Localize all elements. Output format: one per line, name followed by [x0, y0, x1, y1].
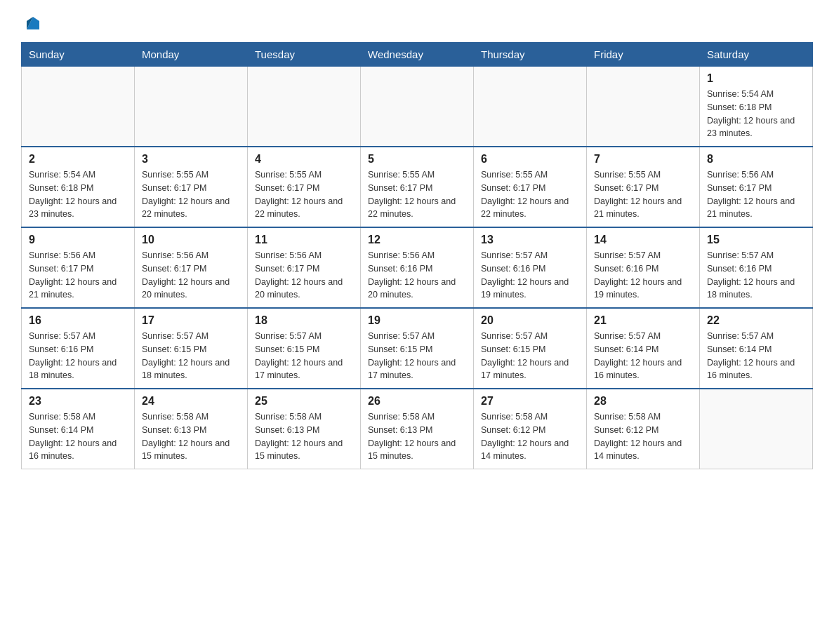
- calendar-cell: [700, 389, 813, 469]
- calendar-week-row: 16Sunrise: 5:57 AM Sunset: 6:16 PM Dayli…: [22, 308, 813, 389]
- day-info: Sunrise: 5:54 AM Sunset: 6:18 PM Dayligh…: [29, 168, 127, 221]
- calendar-week-row: 2Sunrise: 5:54 AM Sunset: 6:18 PM Daylig…: [22, 147, 813, 227]
- day-info: Sunrise: 5:55 AM Sunset: 6:17 PM Dayligh…: [142, 168, 240, 221]
- day-info: Sunrise: 5:57 AM Sunset: 6:15 PM Dayligh…: [142, 330, 240, 382]
- calendar-cell: 13Sunrise: 5:57 AM Sunset: 6:16 PM Dayli…: [474, 227, 587, 308]
- logo: [21, 14, 45, 35]
- day-number: 17: [142, 314, 240, 327]
- day-number: 9: [29, 234, 127, 246]
- day-number: 25: [255, 395, 353, 408]
- calendar-cell: [361, 67, 474, 147]
- calendar-cell: 12Sunrise: 5:56 AM Sunset: 6:16 PM Dayli…: [361, 227, 474, 308]
- calendar-cell: 25Sunrise: 5:58 AM Sunset: 6:13 PM Dayli…: [248, 389, 361, 469]
- day-info: Sunrise: 5:54 AM Sunset: 6:18 PM Dayligh…: [707, 88, 805, 140]
- day-header-thursday: Thursday: [474, 43, 587, 67]
- day-info: Sunrise: 5:57 AM Sunset: 6:16 PM Dayligh…: [707, 249, 805, 302]
- day-number: 18: [255, 314, 353, 327]
- day-number: 8: [707, 153, 805, 166]
- day-header-wednesday: Wednesday: [361, 43, 474, 67]
- calendar-cell: [248, 67, 361, 147]
- calendar-cell: 22Sunrise: 5:57 AM Sunset: 6:14 PM Dayli…: [700, 308, 813, 389]
- day-info: Sunrise: 5:57 AM Sunset: 6:15 PM Dayligh…: [255, 330, 353, 382]
- day-number: 10: [142, 234, 240, 246]
- day-info: Sunrise: 5:57 AM Sunset: 6:16 PM Dayligh…: [594, 249, 692, 302]
- day-number: 11: [255, 234, 353, 246]
- day-header-saturday: Saturday: [700, 43, 813, 67]
- day-info: Sunrise: 5:55 AM Sunset: 6:17 PM Dayligh…: [481, 168, 579, 221]
- calendar-cell: 28Sunrise: 5:58 AM Sunset: 6:12 PM Dayli…: [587, 389, 700, 469]
- day-info: Sunrise: 5:57 AM Sunset: 6:14 PM Dayligh…: [707, 330, 805, 382]
- day-info: Sunrise: 5:56 AM Sunset: 6:17 PM Dayligh…: [142, 249, 240, 302]
- day-info: Sunrise: 5:56 AM Sunset: 6:17 PM Dayligh…: [707, 168, 805, 221]
- calendar-cell: 16Sunrise: 5:57 AM Sunset: 6:16 PM Dayli…: [22, 308, 135, 389]
- day-info: Sunrise: 5:57 AM Sunset: 6:15 PM Dayligh…: [481, 330, 579, 382]
- calendar-cell: 27Sunrise: 5:58 AM Sunset: 6:12 PM Dayli…: [474, 389, 587, 469]
- day-info: Sunrise: 5:56 AM Sunset: 6:16 PM Dayligh…: [368, 249, 466, 302]
- day-info: Sunrise: 5:55 AM Sunset: 6:17 PM Dayligh…: [594, 168, 692, 221]
- day-number: 5: [368, 153, 466, 166]
- day-info: Sunrise: 5:57 AM Sunset: 6:16 PM Dayligh…: [29, 330, 127, 382]
- day-number: 28: [594, 395, 692, 408]
- day-info: Sunrise: 5:58 AM Sunset: 6:12 PM Dayligh…: [594, 410, 692, 463]
- day-number: 3: [142, 153, 240, 166]
- day-info: Sunrise: 5:58 AM Sunset: 6:14 PM Dayligh…: [29, 410, 127, 463]
- day-header-monday: Monday: [135, 43, 248, 67]
- calendar-cell: 4Sunrise: 5:55 AM Sunset: 6:17 PM Daylig…: [248, 147, 361, 227]
- calendar-week-row: 9Sunrise: 5:56 AM Sunset: 6:17 PM Daylig…: [22, 227, 813, 308]
- day-number: 2: [29, 153, 127, 166]
- calendar-cell: 1Sunrise: 5:54 AM Sunset: 6:18 PM Daylig…: [700, 67, 813, 147]
- calendar-cell: 7Sunrise: 5:55 AM Sunset: 6:17 PM Daylig…: [587, 147, 700, 227]
- calendar-week-row: 23Sunrise: 5:58 AM Sunset: 6:14 PM Dayli…: [22, 389, 813, 469]
- day-number: 24: [142, 395, 240, 408]
- day-info: Sunrise: 5:58 AM Sunset: 6:12 PM Dayligh…: [481, 410, 579, 463]
- calendar-cell: 8Sunrise: 5:56 AM Sunset: 6:17 PM Daylig…: [700, 147, 813, 227]
- calendar-cell: 26Sunrise: 5:58 AM Sunset: 6:13 PM Dayli…: [361, 389, 474, 469]
- day-number: 22: [707, 314, 805, 327]
- calendar-cell: 5Sunrise: 5:55 AM Sunset: 6:17 PM Daylig…: [361, 147, 474, 227]
- day-header-friday: Friday: [587, 43, 700, 67]
- day-number: 4: [255, 153, 353, 166]
- logo-icon: [22, 14, 44, 35]
- calendar-cell: [474, 67, 587, 147]
- day-number: 26: [368, 395, 466, 408]
- day-info: Sunrise: 5:55 AM Sunset: 6:17 PM Dayligh…: [255, 168, 353, 221]
- day-header-sunday: Sunday: [22, 43, 135, 67]
- calendar-cell: 20Sunrise: 5:57 AM Sunset: 6:15 PM Dayli…: [474, 308, 587, 389]
- calendar-cell: 21Sunrise: 5:57 AM Sunset: 6:14 PM Dayli…: [587, 308, 700, 389]
- calendar-cell: 19Sunrise: 5:57 AM Sunset: 6:15 PM Dayli…: [361, 308, 474, 389]
- day-info: Sunrise: 5:57 AM Sunset: 6:14 PM Dayligh…: [594, 330, 692, 382]
- page-header: [21, 14, 813, 35]
- day-info: Sunrise: 5:56 AM Sunset: 6:17 PM Dayligh…: [255, 249, 353, 302]
- day-number: 27: [481, 395, 579, 408]
- day-number: 7: [594, 153, 692, 166]
- day-info: Sunrise: 5:58 AM Sunset: 6:13 PM Dayligh…: [368, 410, 466, 463]
- day-number: 20: [481, 314, 579, 327]
- calendar-cell: [135, 67, 248, 147]
- day-number: 14: [594, 234, 692, 246]
- day-number: 16: [29, 314, 127, 327]
- day-number: 21: [594, 314, 692, 327]
- calendar-week-row: 1Sunrise: 5:54 AM Sunset: 6:18 PM Daylig…: [22, 67, 813, 147]
- calendar-cell: 9Sunrise: 5:56 AM Sunset: 6:17 PM Daylig…: [22, 227, 135, 308]
- day-info: Sunrise: 5:57 AM Sunset: 6:15 PM Dayligh…: [368, 330, 466, 382]
- day-number: 15: [707, 234, 805, 246]
- calendar-cell: 10Sunrise: 5:56 AM Sunset: 6:17 PM Dayli…: [135, 227, 248, 308]
- day-number: 19: [368, 314, 466, 327]
- day-info: Sunrise: 5:58 AM Sunset: 6:13 PM Dayligh…: [255, 410, 353, 463]
- day-info: Sunrise: 5:57 AM Sunset: 6:16 PM Dayligh…: [481, 249, 579, 302]
- day-info: Sunrise: 5:58 AM Sunset: 6:13 PM Dayligh…: [142, 410, 240, 463]
- calendar-header-row: SundayMondayTuesdayWednesdayThursdayFrid…: [22, 43, 813, 67]
- calendar-cell: 2Sunrise: 5:54 AM Sunset: 6:18 PM Daylig…: [22, 147, 135, 227]
- calendar-cell: 23Sunrise: 5:58 AM Sunset: 6:14 PM Dayli…: [22, 389, 135, 469]
- day-header-tuesday: Tuesday: [248, 43, 361, 67]
- day-number: 1: [707, 72, 805, 85]
- day-info: Sunrise: 5:56 AM Sunset: 6:17 PM Dayligh…: [29, 249, 127, 302]
- calendar-cell: 18Sunrise: 5:57 AM Sunset: 6:15 PM Dayli…: [248, 308, 361, 389]
- calendar-cell: 24Sunrise: 5:58 AM Sunset: 6:13 PM Dayli…: [135, 389, 248, 469]
- calendar-cell: [22, 67, 135, 147]
- day-number: 6: [481, 153, 579, 166]
- calendar-cell: 14Sunrise: 5:57 AM Sunset: 6:16 PM Dayli…: [587, 227, 700, 308]
- calendar-cell: 6Sunrise: 5:55 AM Sunset: 6:17 PM Daylig…: [474, 147, 587, 227]
- day-number: 23: [29, 395, 127, 408]
- calendar-cell: 15Sunrise: 5:57 AM Sunset: 6:16 PM Dayli…: [700, 227, 813, 308]
